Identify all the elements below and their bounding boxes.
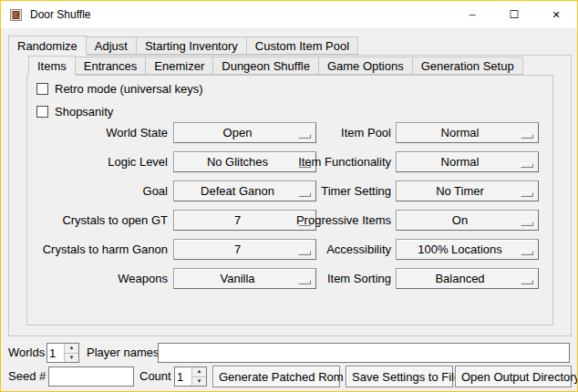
count-label: Count [139, 369, 171, 383]
maximize-icon: ☐ [510, 8, 520, 21]
dropdown-value: 100% Locations [397, 240, 538, 259]
tab-game-options[interactable]: Game Options [318, 57, 413, 75]
spin-up-button[interactable]: ▲ [192, 367, 206, 377]
crystals-gt-label: Crystals to open GT [35, 213, 168, 227]
minimize-icon: ─ [469, 10, 475, 20]
tab-randomize[interactable]: Randomize [8, 36, 87, 56]
window-title: Door Shuffle [30, 8, 91, 21]
spin-up-icon: ▲ [69, 345, 75, 350]
item-sorting-label: Item Sorting [284, 272, 391, 285]
tab-adjust[interactable]: Adjust [86, 36, 137, 55]
dropdown-value: Normal [397, 123, 538, 142]
item-pool-dropdown[interactable]: Normal [396, 122, 539, 143]
seed-input[interactable] [48, 366, 134, 387]
generate-patched-rom-button[interactable]: Generate Patched Rom [212, 366, 340, 387]
worlds-spinbox: ▲ ▼ [46, 343, 79, 363]
accessibility-dropdown[interactable]: 100% Locations [396, 239, 539, 260]
progressive-items-label: Progressive Items [284, 213, 391, 227]
window-controls: ─ ☐ ✕ [451, 1, 577, 28]
app-icon [9, 8, 23, 22]
progressive-items-dropdown[interactable]: On [396, 210, 539, 231]
dropdown-indicator [521, 192, 533, 197]
tab-enemizer[interactable]: Enemizer [145, 57, 213, 75]
weapons-label: Weapons [35, 272, 168, 285]
seed-label: Seed # [8, 369, 46, 383]
world-state-label: World State [35, 126, 168, 139]
spin-down-icon: ▼ [197, 378, 202, 384]
window: Door Shuffle ─ ☐ ✕ Randomize Adjust Star… [0, 0, 578, 392]
spin-up-icon: ▲ [197, 368, 202, 374]
maximize-button[interactable]: ☐ [493, 1, 535, 28]
worlds-input[interactable] [47, 344, 64, 362]
spin-up-button[interactable]: ▲ [65, 344, 78, 354]
shopsanity-checkbox[interactable]: Shopsanity [36, 104, 113, 119]
goal-label: Goal [35, 184, 168, 198]
tab-custom-item-pool[interactable]: Custom Item Pool [246, 36, 358, 55]
crystals-ganon-label: Crystals to harm Ganon [35, 242, 168, 256]
tab-dungeon-shuffle[interactable]: Dungeon Shuffle [212, 57, 319, 75]
dropdown-indicator [521, 280, 533, 284]
close-icon: ✕ [552, 9, 560, 21]
player-names-label: Player names [87, 346, 159, 359]
checkbox-label: Retro mode (universal keys) [55, 82, 203, 96]
save-settings-button[interactable]: Save Settings to File [346, 366, 453, 387]
sub-tabbar: Items Entrances Enemizer Dungeon Shuffle… [28, 56, 522, 76]
tab-items[interactable]: Items [28, 56, 76, 76]
accessibility-label: Accessibility [284, 242, 391, 256]
player-names-input[interactable] [158, 343, 570, 363]
checkbox-box [36, 83, 48, 95]
spin-down-button[interactable]: ▼ [192, 377, 206, 387]
checkbox-label: Shopsanity [55, 105, 113, 119]
main-tabbar: Randomize Adjust Starting Inventory Cust… [8, 36, 357, 56]
dropdown-indicator [521, 251, 533, 255]
dropdown-indicator [521, 163, 533, 168]
logic-level-label: Logic Level [35, 155, 168, 169]
minimize-button[interactable]: ─ [451, 1, 493, 28]
dropdown-value: Normal [397, 152, 538, 171]
close-button[interactable]: ✕ [535, 1, 577, 28]
timer-setting-label: Timer Setting [284, 184, 391, 198]
dropdown-indicator [521, 222, 533, 226]
tab-generation-setup[interactable]: Generation Setup [412, 57, 523, 75]
worlds-spin-arrows: ▲ ▼ [64, 344, 78, 362]
item-functionality-label: Item Functionality [284, 155, 391, 169]
dropdown-value: On [397, 211, 538, 230]
open-output-directory-button[interactable]: Open Output Directory [455, 366, 572, 387]
items-page: Retro mode (universal keys) Shopsanity W… [26, 75, 553, 325]
spin-down-button[interactable]: ▼ [65, 354, 78, 363]
tab-starting-inventory[interactable]: Starting Inventory [136, 36, 247, 55]
titlebar: Door Shuffle ─ ☐ ✕ [1, 1, 577, 28]
dropdown-value: No Timer [397, 181, 538, 201]
checkbox-box [36, 106, 48, 118]
item-functionality-dropdown[interactable]: Normal [396, 151, 539, 172]
count-input[interactable] [175, 367, 191, 386]
count-spin-arrows: ▲ ▼ [191, 367, 206, 386]
dropdown-indicator [521, 134, 533, 139]
timer-setting-dropdown[interactable]: No Timer [396, 181, 539, 201]
spin-down-icon: ▼ [69, 355, 75, 360]
dropdown-value: Balanced [397, 269, 538, 288]
retro-mode-checkbox[interactable]: Retro mode (universal keys) [36, 81, 203, 97]
item-pool-label: Item Pool [284, 126, 391, 139]
worlds-label: Worlds [8, 346, 45, 359]
tab-entrances[interactable]: Entrances [75, 57, 147, 75]
count-spinbox: ▲ ▼ [174, 366, 207, 387]
item-sorting-dropdown[interactable]: Balanced [396, 268, 539, 289]
